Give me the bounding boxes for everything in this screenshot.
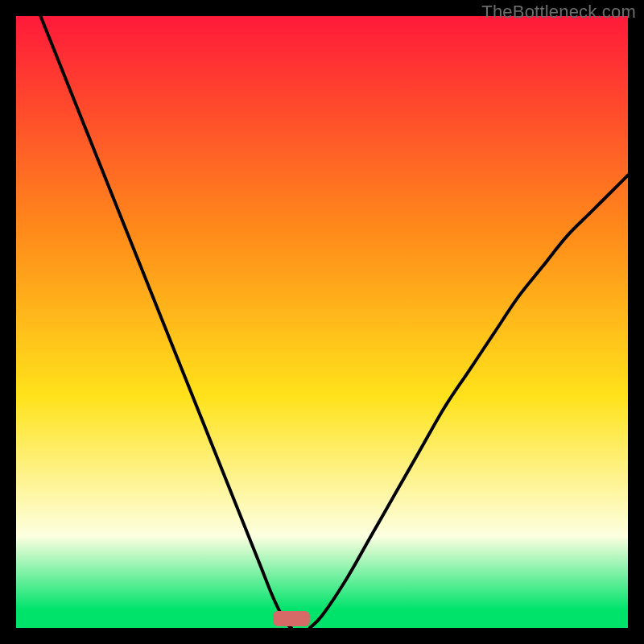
bottleneck-chart (16, 16, 628, 628)
chart-frame (16, 16, 628, 628)
watermark-text: TheBottleneck.com (481, 2, 636, 23)
bottleneck-marker (273, 611, 310, 626)
gradient-background (16, 16, 628, 628)
